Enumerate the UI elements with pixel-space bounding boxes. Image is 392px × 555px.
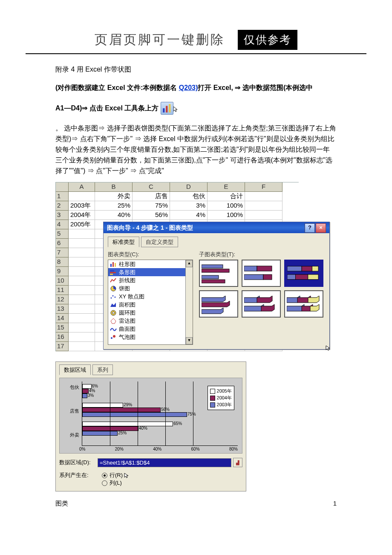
list-scrollbar[interactable]: ▲ ▼ <box>185 260 193 344</box>
cell[interactable]: 2004年 <box>69 211 95 220</box>
chart-type-item[interactable]: 气泡图 <box>108 333 193 341</box>
range-picker-button[interactable]: ▟ <box>233 458 242 467</box>
row-number[interactable]: 16 <box>56 332 69 342</box>
row-number[interactable]: 9 <box>56 267 69 276</box>
scroll-up-icon[interactable]: ▲ <box>186 260 193 267</box>
cell[interactable]: 56% <box>133 211 170 220</box>
subtype-3-selected[interactable] <box>284 260 323 287</box>
cell[interactable]: 75% <box>133 201 170 211</box>
cell[interactable]: 25% <box>95 201 133 211</box>
radio-rows[interactable]: 行(R) <box>102 471 130 479</box>
col-F[interactable]: F <box>245 182 282 192</box>
col-B[interactable]: B <box>95 182 133 192</box>
bar <box>82 393 87 398</box>
footer-page-number: 1 <box>333 500 337 508</box>
row-number[interactable]: 1 <box>56 192 69 201</box>
cell[interactable]: 包伙 <box>170 192 208 201</box>
link-q203[interactable]: Q203) <box>179 84 198 91</box>
cell[interactable]: 4% <box>170 211 208 220</box>
help-button[interactable]: ? <box>305 223 315 233</box>
cell[interactable]: 100% <box>208 201 245 211</box>
row-number[interactable]: 5 <box>56 229 69 239</box>
row-number[interactable]: 7 <box>56 248 69 257</box>
cell[interactable] <box>69 239 95 248</box>
subtype-5[interactable] <box>242 290 281 318</box>
tab-series[interactable]: 系列 <box>92 364 113 375</box>
cell[interactable]: 外卖 <box>95 192 133 201</box>
cell[interactable] <box>69 304 95 314</box>
col-D[interactable]: D <box>170 182 208 192</box>
chart-type-item[interactable]: 条形图 <box>108 268 193 276</box>
cursor-icon <box>173 105 179 116</box>
svg-rect-1 <box>166 106 167 112</box>
chart-type-item[interactable]: 圆环图 <box>108 309 193 317</box>
scroll-down-icon[interactable]: ▼ <box>186 337 193 344</box>
row-number[interactable]: 10 <box>56 276 69 286</box>
row-number[interactable]: 6 <box>56 239 69 248</box>
row-number[interactable]: 12 <box>56 295 69 304</box>
tab-custom[interactable]: 自定义类型 <box>141 237 178 247</box>
tab-data-range[interactable]: 数据区域 <box>59 364 91 375</box>
chart-type-icon <box>110 278 117 283</box>
cell[interactable] <box>245 211 282 220</box>
tab-standard[interactable]: 标准类型 <box>108 237 139 247</box>
chart-type-item[interactable]: 折线图 <box>108 276 193 284</box>
page-header: 页眉页脚可一键删除 仅供参考 <box>0 0 392 57</box>
subtype-6[interactable] <box>284 290 323 318</box>
cell[interactable] <box>69 314 95 323</box>
cell[interactable]: 3% <box>170 201 208 211</box>
chart-type-item[interactable]: 面积图 <box>108 301 193 309</box>
radio-cols[interactable]: 列(L) <box>102 479 130 487</box>
col-C[interactable]: C <box>133 182 170 192</box>
bar-value-label: 6% <box>92 384 98 388</box>
svg-rect-24 <box>244 275 263 280</box>
cell[interactable] <box>69 286 95 295</box>
corner-cell[interactable] <box>56 182 69 192</box>
chart-type-item[interactable]: 柱形图 <box>108 260 193 268</box>
row-number[interactable]: 13 <box>56 304 69 314</box>
cell[interactable] <box>69 295 95 304</box>
cell[interactable] <box>69 332 95 342</box>
cell[interactable] <box>69 276 95 286</box>
subtype-2[interactable] <box>242 260 281 287</box>
chart-wizard-dialog[interactable]: 图表向导 - 4 步骤之 1 - 图表类型 ? × 标准类型 自定义类型 图表类… <box>103 222 330 350</box>
cell[interactable] <box>69 257 95 267</box>
row-number[interactable]: 8 <box>56 257 69 267</box>
row-number[interactable]: 14 <box>56 314 69 323</box>
col-A[interactable]: A <box>69 182 95 192</box>
chart-type-item[interactable]: 雷达图 <box>108 317 193 325</box>
chart-type-item[interactable]: XY 散点图 <box>108 292 193 301</box>
cell[interactable]: 100% <box>208 211 245 220</box>
cell[interactable] <box>69 248 95 257</box>
chart-wizard-toolbar-icon[interactable] <box>161 102 173 115</box>
chart-type-list[interactable]: 柱形图条形图折线图饼图XY 散点图面积图圆环图雷达图曲面图气泡图 ▲ ▼ <box>108 260 193 345</box>
chart-type-item[interactable]: 曲面图 <box>108 325 193 333</box>
cell[interactable]: 店售 <box>133 192 170 201</box>
subtype-1[interactable] <box>199 260 238 287</box>
row-number[interactable]: 11 <box>56 286 69 295</box>
close-button[interactable]: × <box>316 223 326 233</box>
row-number[interactable]: 4 <box>56 220 69 229</box>
row-number[interactable]: 2 <box>56 201 69 211</box>
col-E[interactable]: E <box>208 182 245 192</box>
cell[interactable]: 2005年 <box>69 220 95 229</box>
row-number[interactable]: 3 <box>56 211 69 220</box>
data-range-input[interactable]: =Sheet1!$A$1:$D$4 <box>98 458 231 467</box>
chart-type-item[interactable]: 饼图 <box>108 284 193 292</box>
label-series-source: 系列产生在: <box>59 471 98 479</box>
cell[interactable] <box>69 229 95 239</box>
cell[interactable]: 40% <box>95 211 133 220</box>
cell[interactable] <box>69 323 95 332</box>
cell[interactable]: 2003年 <box>69 201 95 211</box>
cell[interactable] <box>245 192 282 201</box>
cell[interactable] <box>69 342 95 351</box>
cell[interactable] <box>245 201 282 211</box>
svg-marker-15 <box>111 318 116 324</box>
cell[interactable]: 合计 <box>208 192 245 201</box>
row-number[interactable]: 15 <box>56 323 69 332</box>
cell[interactable] <box>69 192 95 201</box>
row-number[interactable]: 17 <box>56 342 69 351</box>
wizard-titlebar[interactable]: 图表向导 - 4 步骤之 1 - 图表类型 ? × <box>104 222 329 233</box>
cell[interactable] <box>69 267 95 276</box>
subtype-4[interactable] <box>199 290 238 318</box>
